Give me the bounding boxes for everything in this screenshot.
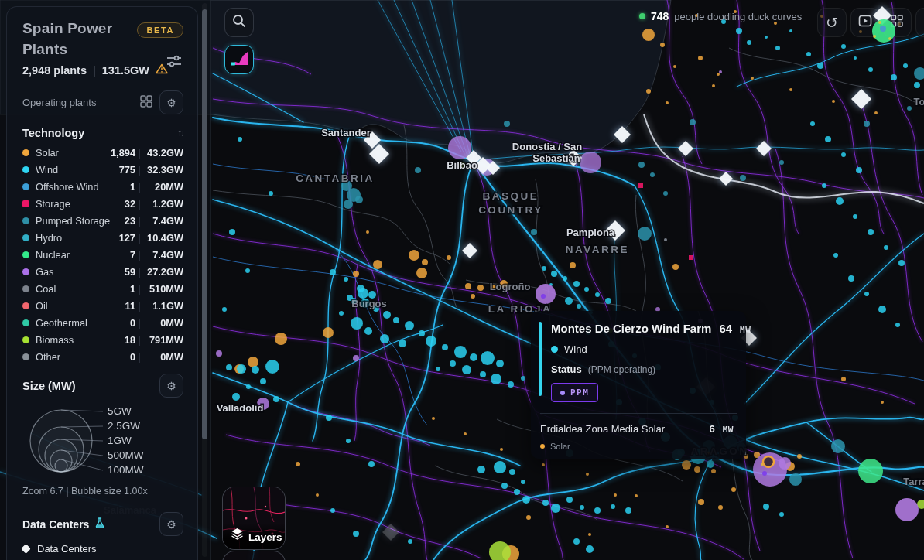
plant-marker[interactable]	[232, 393, 240, 401]
plant-marker[interactable]	[638, 227, 652, 241]
plant-marker[interactable]	[275, 333, 287, 345]
plant-marker[interactable]	[265, 360, 279, 374]
plant-marker[interactable]	[339, 311, 344, 316]
plant-marker[interactable]	[747, 40, 751, 45]
plant-marker[interactable]	[689, 255, 693, 260]
grid-view-icon[interactable]	[140, 95, 152, 110]
apps-grid-button[interactable]	[882, 8, 912, 37]
plant-marker[interactable]	[817, 63, 823, 69]
plant-marker[interactable]	[864, 292, 869, 296]
plant-marker[interactable]	[779, 160, 784, 165]
plant-marker[interactable]	[856, 167, 862, 173]
technology-row[interactable]: Gas59|27.2GW	[22, 266, 183, 276]
plant-marker[interactable]	[717, 73, 720, 76]
plant-marker[interactable]	[383, 311, 391, 319]
plant-marker[interactable]	[508, 381, 514, 388]
plant-marker[interactable]	[825, 136, 831, 142]
plant-marker[interactable]	[614, 493, 617, 497]
plant-marker[interactable]	[698, 499, 704, 505]
plant-marker[interactable]	[526, 515, 531, 520]
plant-marker[interactable]	[222, 307, 227, 312]
plant-marker[interactable]	[436, 367, 440, 371]
plant-marker[interactable]	[238, 137, 242, 142]
plant-marker[interactable]	[269, 191, 273, 196]
plant-marker[interactable]	[740, 175, 746, 181]
plant-marker[interactable]	[682, 460, 691, 470]
plant-marker[interactable]	[638, 183, 643, 188]
plant-marker[interactable]	[454, 346, 467, 358]
technology-row[interactable]: Storage32|1.2GW	[22, 198, 183, 208]
plant-marker[interactable]	[480, 371, 486, 377]
plant-marker[interactable]	[521, 480, 525, 484]
plant-marker[interactable]	[405, 321, 414, 330]
plant-marker[interactable]	[711, 469, 716, 473]
plant-marker[interactable]	[635, 494, 638, 497]
plant-marker[interactable]	[779, 457, 791, 470]
plant-marker[interactable]	[580, 505, 584, 510]
plant-marker[interactable]	[595, 292, 600, 297]
plant-marker[interactable]	[316, 493, 319, 497]
plant-marker[interactable]	[462, 365, 471, 374]
plant-marker[interactable]	[353, 355, 359, 361]
plant-marker[interactable]	[509, 469, 515, 475]
plant-marker[interactable]	[841, 377, 846, 381]
plant-marker[interactable]	[245, 268, 250, 273]
plant-marker[interactable]	[690, 119, 696, 125]
plant-marker[interactable]	[393, 317, 399, 323]
plant-marker[interactable]	[481, 351, 495, 365]
plant-marker[interactable]	[789, 29, 792, 32]
plant-marker[interactable]	[903, 63, 908, 68]
plant-marker[interactable]	[707, 460, 714, 468]
plant-marker[interactable]	[514, 489, 520, 495]
plant-marker[interactable]	[914, 82, 920, 88]
plant-marker[interactable]	[638, 162, 645, 168]
plant-marker[interactable]	[477, 285, 484, 291]
plant-marker[interactable]	[380, 334, 389, 343]
plant-marker[interactable]	[650, 172, 655, 177]
plant-marker[interactable]	[542, 266, 546, 271]
plant-marker[interactable]	[762, 471, 767, 476]
plant-marker[interactable]	[836, 197, 844, 205]
plant-marker[interactable]	[898, 260, 905, 266]
plant-marker[interactable]	[344, 277, 348, 282]
technology-row[interactable]: Oil11|1.1GW	[22, 300, 183, 310]
plant-marker[interactable]	[822, 183, 826, 188]
plant-marker[interactable]	[881, 401, 884, 404]
plant-marker[interactable]	[344, 200, 353, 209]
plant-marker[interactable]	[573, 538, 580, 545]
plant-marker[interactable]	[751, 77, 754, 80]
plant-marker[interactable]	[368, 461, 375, 467]
plant-marker[interactable]	[563, 276, 567, 281]
size-settings-button[interactable]: ⚙	[159, 374, 183, 398]
plant-marker[interactable]	[868, 67, 873, 72]
plant-marker[interactable]	[566, 497, 573, 503]
plant-marker[interactable]	[551, 504, 560, 513]
plant-marker[interactable]	[426, 336, 436, 347]
plant-marker[interactable]	[541, 294, 546, 299]
technology-row[interactable]: Pumped Storage23|7.4GW	[22, 215, 183, 225]
plant-marker[interactable]	[642, 29, 655, 41]
plant-marker[interactable]	[586, 545, 594, 553]
ppm-badge[interactable]: PPM	[551, 383, 598, 402]
plant-marker[interactable]	[229, 229, 235, 235]
plant-marker[interactable]	[464, 432, 467, 435]
plant-marker[interactable]	[248, 357, 258, 367]
plant-marker[interactable]	[736, 28, 742, 34]
plant-marker[interactable]	[416, 268, 427, 278]
technology-row[interactable]: Geothermal0|0MW	[22, 317, 183, 327]
plant-marker[interactable]	[504, 121, 510, 127]
plant-marker[interactable]	[712, 84, 715, 87]
sort-icon[interactable]: ↑↓	[177, 128, 183, 138]
plant-marker[interactable]	[810, 121, 815, 126]
plant-marker[interactable]	[450, 360, 456, 367]
plant-marker[interactable]	[731, 487, 736, 492]
plant-marker[interactable]	[470, 353, 477, 361]
plant-marker[interactable]	[408, 539, 412, 544]
plant-marker[interactable]	[351, 317, 363, 330]
plant-marker[interactable]	[775, 46, 780, 50]
plant-marker[interactable]	[323, 327, 334, 338]
technology-row[interactable]: Coal1|510MW	[22, 283, 183, 293]
plant-marker[interactable]	[907, 106, 912, 111]
plant-marker[interactable]	[330, 508, 335, 513]
plant-marker[interactable]	[422, 259, 428, 265]
